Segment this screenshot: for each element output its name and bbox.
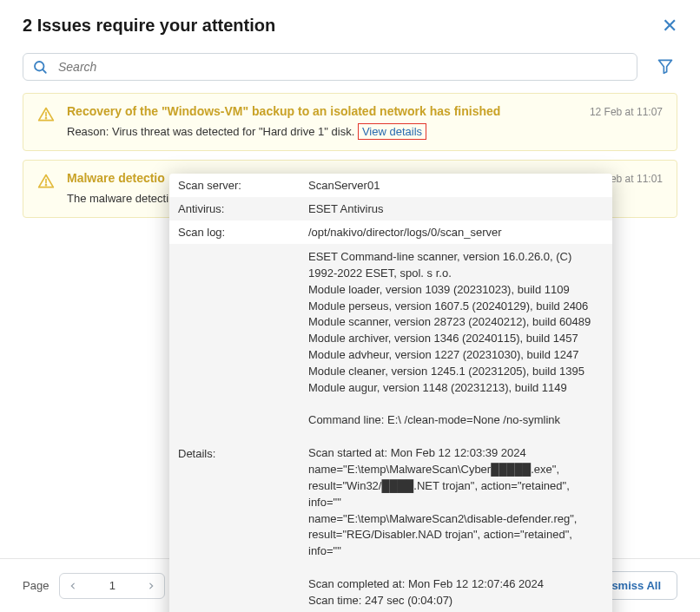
- svg-line-1: [43, 69, 46, 73]
- search-icon: [32, 59, 48, 75]
- close-icon[interactable]: ✕: [662, 16, 677, 36]
- warning-icon: [37, 106, 55, 138]
- issue-reason: Reason: Virus threat was detected for "H…: [67, 125, 578, 138]
- svg-marker-2: [659, 60, 672, 73]
- page-number: 1: [86, 579, 138, 592]
- antivirus-label: Antivirus:: [169, 197, 300, 220]
- issue-reason-text: Reason: Virus threat was detected for "H…: [67, 125, 354, 138]
- page-label: Page: [23, 579, 49, 592]
- svg-point-6: [46, 185, 47, 186]
- details-value: ESET Command-line scanner, version 16.0.…: [300, 244, 612, 612]
- issue-card: Recovery of the "Windows-VM" backup to a…: [23, 93, 677, 151]
- warning-icon: [37, 173, 55, 205]
- page-control: 1: [59, 573, 165, 599]
- issue-timestamp: Feb at 11:01: [604, 173, 663, 205]
- page-prev-button[interactable]: [60, 574, 86, 598]
- search-field[interactable]: [23, 53, 637, 81]
- page-title: 2 Issues require your attention: [23, 16, 275, 36]
- details-label: Details:: [169, 244, 300, 612]
- scan-log-label: Scan log:: [169, 220, 300, 244]
- scan-server-value: ScanServer01: [300, 174, 612, 197]
- issue-timestamp: 12 Feb at 11:07: [590, 106, 663, 138]
- scan-log-value: /opt/nakivo/director/logs/0/scan_server: [300, 220, 612, 244]
- view-details-link[interactable]: View details: [358, 123, 426, 140]
- scan-server-label: Scan server:: [169, 174, 300, 197]
- page-next-button[interactable]: [138, 574, 164, 598]
- svg-point-4: [46, 118, 47, 119]
- search-input[interactable]: [56, 59, 628, 75]
- issue-title: Recovery of the "Windows-VM" backup to a…: [67, 104, 578, 118]
- scan-details-popover: Scan server: ScanServer01 Antivirus: ESE…: [169, 174, 612, 612]
- filter-icon[interactable]: [653, 54, 677, 81]
- antivirus-value: ESET Antivirus: [300, 197, 612, 220]
